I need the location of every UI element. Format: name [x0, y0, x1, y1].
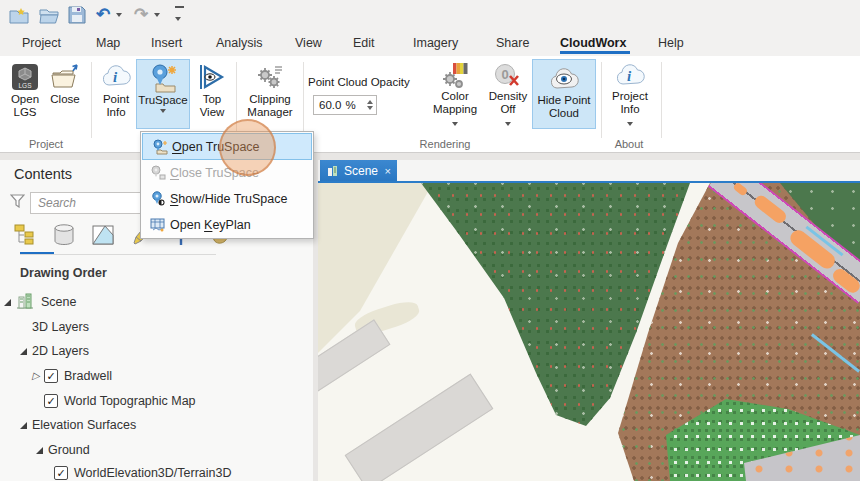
density-off-icon: 0 [493, 61, 523, 90]
filter-icon[interactable] [10, 194, 25, 211]
open-project-icon[interactable] [38, 4, 60, 26]
tree-item-scene[interactable]: Scene [0, 292, 313, 314]
density-off-button[interactable]: 0 DensityOff [484, 59, 532, 129]
close-button[interactable]: Close [46, 59, 84, 129]
open-keyplan-icon [146, 217, 170, 233]
layer-checkbox[interactable]: ✓ [44, 394, 58, 408]
scene-canvas[interactable] [318, 183, 860, 481]
building-footprint-2 [345, 374, 494, 481]
top-view-button[interactable]: TopView [193, 59, 231, 129]
tab-data-sources[interactable] [51, 222, 77, 248]
view-tab-strip: Scene × [318, 160, 860, 183]
open-truspace-icon [148, 139, 172, 155]
expander-expanded-icon[interactable] [20, 422, 27, 429]
opacity-spinner[interactable]: 60.0 % [313, 95, 377, 115]
open-lgs-button[interactable]: LGS OpenLGS [6, 59, 44, 129]
project-info-icon: i [615, 61, 645, 90]
project-info-button[interactable]: i ProjectInfo [606, 59, 654, 129]
spinner-arrows[interactable] [367, 100, 373, 110]
redo-button[interactable]: ↷ [130, 4, 152, 26]
group-label-rendering: Rendering [380, 138, 510, 150]
quick-access-toolbar: ↶ ↷ [0, 0, 860, 30]
tree-item-worldelevation3d[interactable]: ✓ WorldElevation3D/Terrain3D [0, 463, 313, 481]
tree-item-bradwell[interactable]: ▷ ✓ Bradwell [0, 366, 313, 388]
svg-text:0: 0 [501, 67, 508, 82]
svg-text:LGS: LGS [18, 82, 32, 89]
color-mapping-button[interactable]: ColorMapping [429, 59, 481, 129]
truspace-icon [147, 62, 179, 94]
group-separator [91, 62, 92, 138]
group-label-about: About [598, 138, 660, 150]
road-marking [732, 183, 748, 197]
layer-checkbox[interactable]: ✓ [44, 369, 58, 383]
color-mapping-dropdown-icon [452, 122, 458, 126]
menu-item-open-keyplan[interactable]: Open KeyPlan [141, 212, 313, 238]
tab-edit[interactable]: Edit [353, 30, 375, 56]
hide-point-cloud-button[interactable]: Hide PointCloud [532, 59, 596, 129]
group-separator [303, 62, 304, 138]
tab-drawing-order[interactable] [12, 222, 38, 248]
ribbon-toolbar: LGS OpenLGS Close i PointInfo TruSpace T… [0, 56, 860, 153]
clipping-manager-icon [256, 61, 284, 93]
expander-expanded-icon[interactable] [20, 348, 27, 355]
hide-point-cloud-icon [548, 62, 580, 94]
truspace-dropdown-chevron-icon [160, 109, 166, 113]
expander-expanded-icon[interactable] [36, 447, 43, 454]
tab-help[interactable]: Help [658, 30, 684, 56]
tab-map[interactable]: Map [96, 30, 120, 56]
close-folder-icon [50, 61, 80, 93]
tab-imagery[interactable]: Imagery [413, 30, 458, 56]
menu-item-show-hide-truspace[interactable]: Show/Hide TruSpace [141, 186, 313, 212]
active-tab-underline [560, 51, 630, 54]
tree-item-world-topographic-map[interactable]: ✓ World Topographic Map [0, 391, 313, 413]
tree-item-3d-layers[interactable]: 3D Layers [0, 317, 313, 339]
new-project-icon[interactable] [8, 4, 30, 26]
tab-analysis[interactable]: Analysis [216, 30, 263, 56]
opacity-value: 60.0 [319, 99, 341, 111]
close-tab-icon[interactable]: × [385, 165, 391, 177]
group-separator [601, 62, 602, 138]
scene-tab-icon [327, 165, 339, 177]
tab-project[interactable]: Project [22, 30, 61, 56]
redo-dropdown-icon[interactable] [151, 4, 163, 26]
opacity-unit: % [345, 99, 355, 111]
expander-collapsed-icon[interactable]: ▷ [32, 370, 40, 381]
scene-tab-label: Scene [344, 164, 378, 178]
tab-insert[interactable]: Insert [151, 30, 182, 56]
tab-view[interactable]: View [295, 30, 322, 56]
expander-expanded-icon[interactable] [4, 299, 11, 306]
group-separator [661, 62, 662, 138]
density-dropdown-icon [505, 122, 511, 126]
color-mapping-icon [441, 61, 469, 90]
ribbon-tab-bar: Project Map Insert Analysis View Edit Im… [0, 30, 860, 56]
drawing-order-heading: Drawing Order [20, 266, 107, 280]
undo-button[interactable]: ↶ [92, 4, 114, 26]
close-truspace-icon [146, 165, 170, 181]
click-highlight-cursor [219, 119, 276, 176]
scene-view-tab[interactable]: Scene × [320, 160, 397, 181]
scene-view: Scene × [318, 160, 860, 481]
group-label-project: Project [6, 138, 86, 150]
scene-icon [16, 293, 34, 313]
point-cloud-opacity-label: Point Cloud Opacity [308, 76, 424, 88]
tab-visibility[interactable] [90, 222, 116, 248]
project-info-dropdown-icon [627, 122, 633, 126]
pane-tab-divider [20, 254, 216, 255]
tree-item-elevation-surfaces[interactable]: Elevation Surfaces [0, 415, 313, 437]
tab-share[interactable]: Share [496, 30, 529, 56]
save-icon[interactable] [66, 4, 88, 26]
show-hide-truspace-icon [146, 191, 170, 207]
point-info-icon: i [101, 61, 131, 93]
open-lgs-icon: LGS [10, 61, 40, 93]
customize-toolbar-icon[interactable] [168, 4, 190, 26]
truspace-button[interactable]: TruSpace [136, 59, 190, 129]
tree-item-2d-layers[interactable]: 2D Layers [0, 341, 313, 363]
tree-item-ground[interactable]: Ground [0, 440, 313, 462]
undo-dropdown-icon[interactable] [113, 4, 125, 26]
layer-checkbox[interactable]: ✓ [54, 466, 68, 480]
top-view-icon [197, 61, 227, 93]
pane-title: Contents [14, 166, 72, 182]
point-info-button[interactable]: i PointInfo [96, 59, 136, 129]
